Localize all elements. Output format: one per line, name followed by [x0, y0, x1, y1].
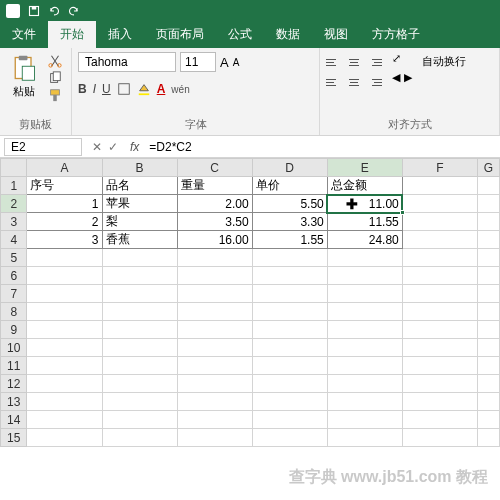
name-box[interactable] — [4, 138, 82, 156]
font-color-icon[interactable]: A — [157, 82, 166, 96]
cell[interactable] — [477, 195, 499, 213]
cell[interactable] — [252, 267, 327, 285]
spreadsheet-grid[interactable]: A B C D E F G 1 序号 品名 重量 单价 总金额 2 1 苹果 2… — [0, 158, 500, 447]
cell[interactable] — [27, 303, 102, 321]
selected-cell[interactable]: 11.00✚ — [327, 195, 402, 213]
cell[interactable] — [102, 393, 177, 411]
cell[interactable] — [252, 321, 327, 339]
cell[interactable] — [477, 411, 499, 429]
cell[interactable] — [402, 177, 477, 195]
cell[interactable]: 品名 — [102, 177, 177, 195]
tab-view[interactable]: 视图 — [312, 21, 360, 48]
cell[interactable] — [27, 339, 102, 357]
undo-icon[interactable] — [48, 5, 60, 17]
cell[interactable] — [102, 321, 177, 339]
cell[interactable] — [402, 249, 477, 267]
col-header[interactable]: A — [27, 159, 102, 177]
cell[interactable] — [27, 375, 102, 393]
cell[interactable] — [477, 231, 499, 249]
cut-icon[interactable] — [48, 54, 62, 68]
cell[interactable] — [252, 393, 327, 411]
tab-data[interactable]: 数据 — [264, 21, 312, 48]
col-header[interactable]: C — [177, 159, 252, 177]
cell[interactable]: 3.50 — [177, 213, 252, 231]
cell[interactable] — [402, 357, 477, 375]
cell[interactable] — [252, 285, 327, 303]
cell[interactable]: 1 — [27, 195, 102, 213]
col-header[interactable]: G — [477, 159, 499, 177]
row-header[interactable]: 1 — [1, 177, 27, 195]
cell[interactable] — [327, 429, 402, 447]
cell[interactable] — [177, 375, 252, 393]
cell[interactable]: 苹果 — [102, 195, 177, 213]
cell[interactable] — [102, 267, 177, 285]
cell[interactable] — [402, 339, 477, 357]
row-header[interactable]: 10 — [1, 339, 27, 357]
orientation-icon[interactable]: ⤢ — [392, 52, 412, 65]
tab-formulas[interactable]: 公式 — [216, 21, 264, 48]
decrease-font-icon[interactable]: A — [233, 57, 240, 68]
cell[interactable] — [102, 339, 177, 357]
cell[interactable] — [402, 213, 477, 231]
formula-input[interactable]: =D2*C2 — [145, 140, 500, 154]
row-header[interactable]: 12 — [1, 375, 27, 393]
row-header[interactable]: 6 — [1, 267, 27, 285]
cell[interactable] — [27, 357, 102, 375]
cell[interactable] — [402, 411, 477, 429]
cell[interactable] — [477, 429, 499, 447]
tab-insert[interactable]: 插入 — [96, 21, 144, 48]
cancel-formula-icon[interactable]: ✕ — [92, 140, 102, 154]
row-header[interactable]: 11 — [1, 357, 27, 375]
cell[interactable]: 24.80 — [327, 231, 402, 249]
cell[interactable] — [477, 339, 499, 357]
cell[interactable] — [402, 195, 477, 213]
cell[interactable] — [477, 249, 499, 267]
cell[interactable] — [27, 321, 102, 339]
cell[interactable] — [327, 321, 402, 339]
indent-buttons[interactable]: ◀▶ — [392, 71, 412, 84]
border-icon[interactable] — [117, 82, 131, 96]
cell[interactable] — [177, 411, 252, 429]
cell[interactable] — [102, 357, 177, 375]
cell[interactable]: 11.55 — [327, 213, 402, 231]
cell[interactable] — [252, 357, 327, 375]
cell[interactable]: 香蕉 — [102, 231, 177, 249]
cell[interactable] — [27, 393, 102, 411]
cell[interactable] — [252, 249, 327, 267]
cell[interactable]: 16.00 — [177, 231, 252, 249]
italic-button[interactable]: I — [93, 82, 96, 96]
row-header[interactable]: 3 — [1, 213, 27, 231]
cell[interactable]: 2 — [27, 213, 102, 231]
tab-home[interactable]: 开始 — [48, 21, 96, 48]
phonetic-icon[interactable]: wén — [171, 84, 189, 95]
cell[interactable] — [477, 285, 499, 303]
cell[interactable] — [402, 303, 477, 321]
cell[interactable] — [27, 411, 102, 429]
row-header[interactable]: 15 — [1, 429, 27, 447]
cell[interactable] — [327, 303, 402, 321]
format-painter-icon[interactable] — [48, 88, 62, 102]
cell[interactable] — [177, 357, 252, 375]
cell[interactable] — [402, 321, 477, 339]
cell[interactable] — [327, 285, 402, 303]
increase-font-icon[interactable]: A — [220, 55, 229, 70]
cell[interactable] — [477, 321, 499, 339]
cell[interactable] — [477, 177, 499, 195]
cell[interactable] — [402, 285, 477, 303]
cell[interactable] — [327, 267, 402, 285]
paste-button[interactable]: 粘贴 — [6, 52, 42, 101]
cell[interactable] — [27, 429, 102, 447]
alignment-buttons[interactable] — [326, 52, 382, 90]
copy-icon[interactable] — [48, 71, 62, 85]
cell[interactable]: 2.00 — [177, 195, 252, 213]
redo-icon[interactable] — [68, 5, 80, 17]
cell[interactable] — [252, 411, 327, 429]
tab-square[interactable]: 方方格子 — [360, 21, 432, 48]
cell[interactable]: 单价 — [252, 177, 327, 195]
cell[interactable] — [477, 303, 499, 321]
cell[interactable] — [402, 231, 477, 249]
cell[interactable] — [102, 249, 177, 267]
cell[interactable] — [252, 375, 327, 393]
cell[interactable] — [252, 303, 327, 321]
underline-button[interactable]: U — [102, 82, 111, 96]
